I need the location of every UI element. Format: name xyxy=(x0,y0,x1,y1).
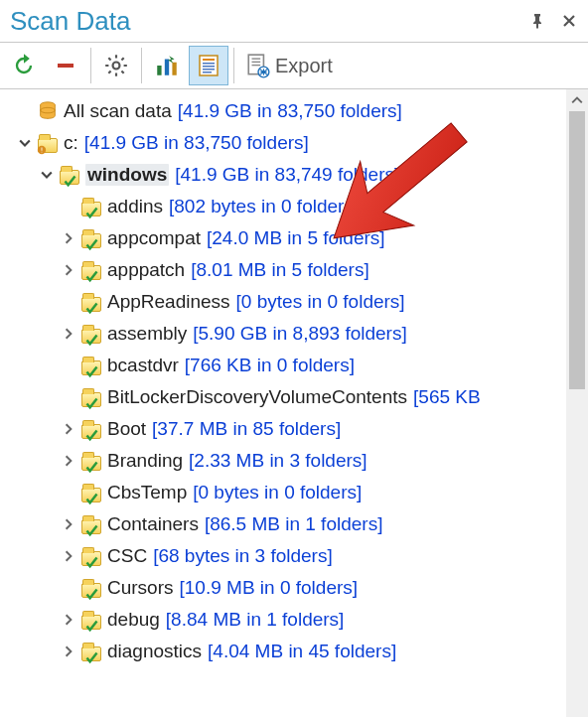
tree-drive-row[interactable]: c: [41.9 GB in 83,750 folders] xyxy=(0,127,566,159)
caret-right-icon[interactable] xyxy=(60,611,77,629)
tree-row[interactable]: apppatch[8.01 MB in 5 folders] xyxy=(0,254,566,286)
tree-item-label: All scan data xyxy=(64,100,172,122)
caret-right-icon[interactable] xyxy=(60,515,77,533)
tree-row[interactable]: addins[802 bytes in 0 folders] xyxy=(0,191,566,222)
selection-highlight: windows xyxy=(85,164,169,186)
svg-rect-4 xyxy=(172,63,176,75)
svg-rect-9 xyxy=(203,69,215,71)
caret-right-icon[interactable] xyxy=(60,452,77,470)
tree-row[interactable]: appcompat[24.0 MB in 5 folders] xyxy=(0,222,566,254)
tree-row[interactable]: BitLockerDiscoveryVolumeContents[565 KB xyxy=(0,381,566,413)
export-label: Export xyxy=(275,55,333,77)
tree-item-stats: [10.9 MB in 0 folders] xyxy=(180,577,359,599)
panel-header: Scan Data xyxy=(0,0,588,42)
tree-item-label: Containers xyxy=(107,513,199,535)
tree-row[interactable]: AppReadiness[0 bytes in 0 folders] xyxy=(0,286,566,318)
tree-root-row[interactable]: All scan data [41.9 GB in 83,750 folders… xyxy=(0,95,566,127)
list-view-button[interactable] xyxy=(189,46,228,85)
folder-icon xyxy=(79,195,103,218)
chart-view-button[interactable] xyxy=(147,46,187,85)
svg-rect-3 xyxy=(165,60,169,75)
tree-item-stats: [2.33 MB in 3 folders] xyxy=(189,450,368,472)
svg-rect-14 xyxy=(252,65,261,66)
tree-item-label: debug xyxy=(107,609,160,631)
refresh-button[interactable] xyxy=(4,46,44,85)
toolbar-separator xyxy=(90,48,91,83)
folder-icon xyxy=(79,322,103,346)
folder-icon xyxy=(79,608,103,632)
tree-item-label: appcompat xyxy=(107,227,201,249)
tree-item-label: addins xyxy=(107,196,163,217)
tree-item-stats: [8.01 MB in 5 folders] xyxy=(191,259,369,281)
remove-button[interactable] xyxy=(46,46,85,85)
header-controls xyxy=(528,12,578,30)
tree-row[interactable]: Boot[37.7 MB in 85 folders] xyxy=(0,413,566,445)
folder-icon xyxy=(79,640,103,663)
tree-selected-row[interactable]: windows [41.9 GB in 83,749 folders] xyxy=(0,159,566,191)
toolbar-separator xyxy=(141,48,142,83)
tree-item-label: BitLockerDiscoveryVolumeContents xyxy=(107,386,407,408)
scroll-up-icon[interactable] xyxy=(566,89,588,111)
tree-item-label: assembly xyxy=(107,323,187,345)
tree-item-stats: [0 bytes in 0 folders] xyxy=(193,482,362,503)
caret-right-icon[interactable] xyxy=(60,420,77,438)
tree-item-label: apppatch xyxy=(107,259,185,281)
tree-item-label: CSC xyxy=(107,545,147,567)
caret-down-icon[interactable] xyxy=(38,166,56,184)
panel-title: Scan Data xyxy=(10,6,130,37)
tree-item-stats: [766 KB in 0 folders] xyxy=(185,355,355,376)
tree-item-label: c: xyxy=(64,132,78,154)
caret-right-icon[interactable] xyxy=(60,261,77,279)
tree-item-stats: [0 bytes in 0 folders] xyxy=(236,291,405,313)
tree-item-stats: [68 bytes in 3 folders] xyxy=(153,545,333,567)
tree-row[interactable]: CbsTemp[0 bytes in 0 folders] xyxy=(0,477,566,508)
tree-view[interactable]: All scan data [41.9 GB in 83,750 folders… xyxy=(0,89,566,717)
folder-icon xyxy=(79,449,103,473)
svg-rect-7 xyxy=(203,63,215,65)
folder-icon xyxy=(58,163,81,187)
tree-item-label: windows xyxy=(87,164,167,185)
svg-rect-6 xyxy=(203,59,215,61)
caret-right-icon[interactable] xyxy=(60,547,77,565)
close-icon[interactable] xyxy=(560,12,578,30)
tree-item-stats: [8.84 MB in 1 folders] xyxy=(166,609,345,631)
toolbar: Export xyxy=(0,42,588,89)
folder-icon xyxy=(79,258,103,282)
caret-right-icon[interactable] xyxy=(60,229,77,247)
settings-button[interactable] xyxy=(96,46,136,85)
export-button[interactable]: Export xyxy=(239,46,339,85)
svg-point-1 xyxy=(113,63,120,70)
folder-icon xyxy=(36,131,60,155)
tree-row[interactable]: assembly[5.90 GB in 8,893 folders] xyxy=(0,318,566,350)
toolbar-separator xyxy=(233,48,234,83)
tree-row[interactable]: bcastdvr[766 KB in 0 folders] xyxy=(0,350,566,381)
pin-icon[interactable] xyxy=(528,12,546,30)
tree-item-stats: [41.9 GB in 83,749 folders] xyxy=(175,164,399,186)
tree-item-label: CbsTemp xyxy=(107,482,187,503)
tree-item-stats: [86.5 MB in 1 folders] xyxy=(205,513,383,535)
folder-icon xyxy=(79,576,103,600)
caret-right-icon[interactable] xyxy=(60,643,77,660)
tree-item-stats: [41.9 GB in 83,750 folders] xyxy=(178,100,402,122)
tree-item-label: AppReadiness xyxy=(107,291,230,313)
tree-item-stats: [37.7 MB in 85 folders] xyxy=(152,418,341,440)
vertical-scrollbar[interactable] xyxy=(566,89,588,717)
tree-item-stats: [4.04 MB in 45 folders] xyxy=(208,641,396,662)
caret-down-icon[interactable] xyxy=(16,134,34,152)
tree-item-stats: [41.9 GB in 83,750 folders] xyxy=(84,132,309,154)
database-icon xyxy=(36,99,60,123)
tree-item-stats: [24.0 MB in 5 folders] xyxy=(207,227,385,249)
tree-row[interactable]: Cursors[10.9 MB in 0 folders] xyxy=(0,572,566,604)
tree-row[interactable]: CSC[68 bytes in 3 folders] xyxy=(0,540,566,572)
tree-item-stats: [565 KB xyxy=(413,386,481,408)
tree-row[interactable]: diagnostics[4.04 MB in 45 folders] xyxy=(0,636,566,667)
tree-item-label: Cursors xyxy=(107,577,174,599)
scrollbar-thumb[interactable] xyxy=(569,111,585,389)
tree-item-label: Boot xyxy=(107,418,146,440)
tree-row[interactable]: debug[8.84 MB in 1 folders] xyxy=(0,604,566,636)
svg-rect-13 xyxy=(252,62,261,63)
caret-right-icon[interactable] xyxy=(60,325,77,343)
tree-row[interactable]: Branding[2.33 MB in 3 folders] xyxy=(0,445,566,477)
svg-rect-0 xyxy=(58,64,74,68)
tree-row[interactable]: Containers[86.5 MB in 1 folders] xyxy=(0,508,566,540)
